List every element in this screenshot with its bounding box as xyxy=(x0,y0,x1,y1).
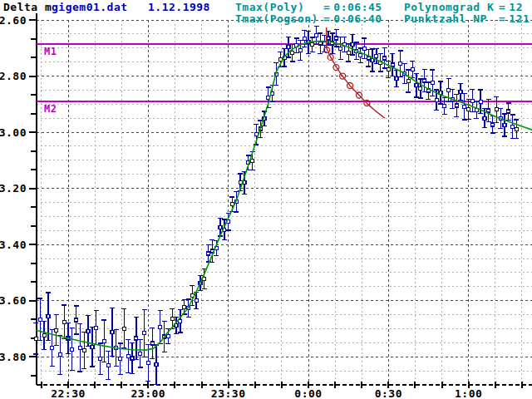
stat-tmax-poly: Tmax(Poly)=0:06:45 xyxy=(235,2,382,13)
y-tick-label: 3.20 xyxy=(0,182,27,195)
y-axis-title: Delta m xyxy=(3,2,52,13)
astro-lightcurve-app: 2.602.803.003.203.403.603.8022:3023:0023… xyxy=(0,0,532,399)
x-tick-label: 23:30 xyxy=(211,387,246,399)
x-tick-label: 0:30 xyxy=(375,387,402,399)
y-tick-label: 3.80 xyxy=(0,351,27,363)
x-tick-label: 23:00 xyxy=(131,387,166,399)
stat-tmax-poly-value: 0:06:45 xyxy=(333,1,382,13)
y-tick-label: 3.40 xyxy=(0,239,27,251)
observation-date: 1.12.1998 xyxy=(148,2,210,13)
stat-tmax-poly-label: Tmax(Poly) xyxy=(235,2,320,13)
x-tick-label: 22:30 xyxy=(51,387,86,399)
stat-tmax-pogson-value: 0:06:40 xyxy=(333,12,382,25)
poly-fit-curve xyxy=(36,42,532,350)
stat-tmax-pogson-label: Tmax(Pogson) xyxy=(235,13,320,25)
equals-sign: = xyxy=(323,1,330,13)
equals-sign: = xyxy=(323,12,330,25)
data-filename: gigem01.dat xyxy=(52,2,128,13)
stat-poly-degree-label: Polynomgrad K xyxy=(404,2,495,13)
reference-line-label: M2 xyxy=(44,103,57,115)
stat-poly-degree: Polynomgrad K=12 xyxy=(404,2,523,13)
stat-tmax-pogson: Tmax(Pogson)=0:06:40 xyxy=(235,13,382,25)
equals-sign: = xyxy=(499,1,505,13)
equals-sign: = xyxy=(499,12,505,25)
stat-n-points-value: 121 xyxy=(509,12,530,25)
light-curve-chart: 2.602.803.003.203.403.603.8022:3023:0023… xyxy=(0,0,532,399)
observation-errorbars xyxy=(33,27,519,385)
x-tick-label: 1:00 xyxy=(455,387,482,399)
x-tick-label: 0:00 xyxy=(294,387,322,399)
reference-line-label: M1 xyxy=(44,46,57,57)
stat-n-points-label: Punktzahl NP xyxy=(404,13,495,25)
y-tick-label: 2.80 xyxy=(0,70,27,82)
y-tick-label: 2.60 xyxy=(0,14,27,27)
stat-n-points: Punktzahl NP=121 xyxy=(404,13,530,25)
stat-poly-degree-value: 12 xyxy=(509,1,523,13)
y-tick-label: 3.00 xyxy=(0,126,27,139)
y-tick-label: 3.60 xyxy=(0,294,27,307)
